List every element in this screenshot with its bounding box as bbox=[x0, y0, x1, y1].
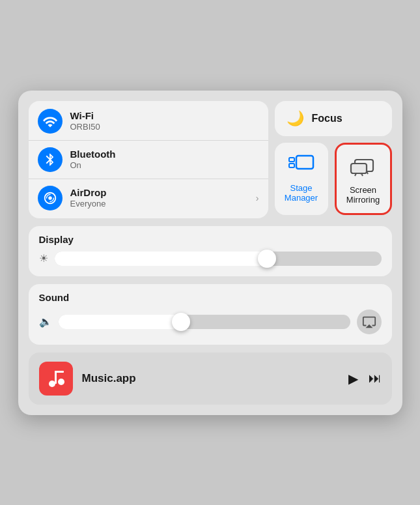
airdrop-icon bbox=[38, 186, 63, 210]
brightness-thumb[interactable] bbox=[258, 250, 276, 268]
sound-panel: Sound 🔈 bbox=[29, 284, 392, 345]
wifi-svg bbox=[43, 114, 57, 128]
screen-mirroring-tile[interactable]: Screen Mirroring bbox=[335, 143, 392, 215]
airplay-icon bbox=[362, 315, 376, 329]
volume-fill bbox=[59, 315, 181, 329]
airdrop-sub: Everyone bbox=[70, 199, 107, 209]
svg-point-10 bbox=[49, 381, 55, 387]
svg-point-11 bbox=[58, 379, 64, 385]
wifi-sub: ORBI50 bbox=[70, 122, 100, 132]
display-panel: Display ☀ bbox=[29, 226, 392, 276]
svg-rect-13 bbox=[55, 371, 64, 373]
play-button[interactable]: ▶ bbox=[348, 371, 358, 386]
stage-manager-tile[interactable]: Stage Manager bbox=[275, 143, 328, 215]
music-panel: Music.app ▶ ⏭ bbox=[29, 353, 392, 405]
airdrop-chevron: › bbox=[256, 193, 259, 203]
brightness-icon: ☀ bbox=[39, 252, 48, 265]
music-controls: ▶ ⏭ bbox=[348, 371, 382, 386]
focus-tile[interactable]: 🌙 Focus bbox=[275, 101, 392, 136]
bluetooth-icon bbox=[38, 147, 63, 172]
divider-1 bbox=[29, 140, 268, 141]
svg-rect-1 bbox=[296, 156, 313, 169]
wifi-text: Wi-Fi ORBI50 bbox=[70, 110, 100, 132]
wifi-icon bbox=[38, 109, 63, 134]
brightness-slider[interactable] bbox=[55, 252, 382, 266]
sound-label: Sound bbox=[39, 292, 382, 303]
svg-rect-2 bbox=[289, 158, 294, 162]
volume-slider[interactable] bbox=[59, 315, 350, 329]
right-column: 🌙 Focus Stage Man bbox=[275, 101, 392, 218]
wifi-name: Wi-Fi bbox=[70, 110, 100, 122]
bluetooth-sub: On bbox=[70, 160, 116, 171]
music-app-icon bbox=[39, 362, 73, 396]
svg-point-0 bbox=[48, 196, 52, 200]
screen-mirroring-label: Screen Mirroring bbox=[342, 185, 385, 205]
screen-mirroring-icon bbox=[349, 152, 378, 181]
display-label: Display bbox=[39, 234, 382, 245]
wifi-item[interactable]: Wi-Fi ORBI50 bbox=[38, 109, 259, 134]
bluetooth-item[interactable]: Bluetooth On bbox=[38, 147, 259, 172]
volume-icon: 🔈 bbox=[39, 315, 52, 328]
airdrop-svg bbox=[43, 191, 57, 205]
stage-manager-icon bbox=[287, 151, 316, 179]
control-center: Wi-Fi ORBI50 Bluetooth On bbox=[18, 91, 402, 415]
divider-2 bbox=[29, 179, 268, 179]
stage-manager-svg bbox=[288, 154, 315, 175]
sound-row: 🔈 bbox=[39, 310, 382, 334]
svg-rect-3 bbox=[289, 164, 294, 167]
music-app-label: Music.app bbox=[82, 372, 339, 385]
brightness-slider-row: ☀ bbox=[39, 252, 382, 266]
airdrop-text: AirDrop Everyone bbox=[70, 187, 107, 209]
music-note-icon bbox=[46, 368, 66, 389]
brightness-fill bbox=[55, 252, 267, 266]
svg-rect-7 bbox=[351, 164, 367, 173]
bluetooth-text: Bluetooth On bbox=[70, 149, 116, 171]
focus-label: Focus bbox=[312, 113, 343, 124]
airdrop-item[interactable]: AirDrop Everyone › bbox=[38, 186, 259, 210]
bluetooth-name: Bluetooth bbox=[70, 149, 116, 160]
airdrop-name: AirDrop bbox=[70, 187, 107, 199]
airplay-button[interactable] bbox=[357, 310, 382, 334]
top-row: Wi-Fi ORBI50 Bluetooth On bbox=[29, 101, 392, 218]
tiles-row: Stage Manager bbox=[275, 143, 392, 215]
screen-mirroring-svg bbox=[350, 156, 377, 178]
volume-thumb[interactable] bbox=[172, 313, 190, 331]
stage-manager-label: Stage Manager bbox=[280, 183, 323, 203]
network-panel: Wi-Fi ORBI50 Bluetooth On bbox=[29, 101, 268, 218]
bluetooth-svg bbox=[43, 152, 57, 167]
focus-moon-icon: 🌙 bbox=[287, 110, 304, 127]
fast-forward-button[interactable]: ⏭ bbox=[369, 371, 382, 386]
